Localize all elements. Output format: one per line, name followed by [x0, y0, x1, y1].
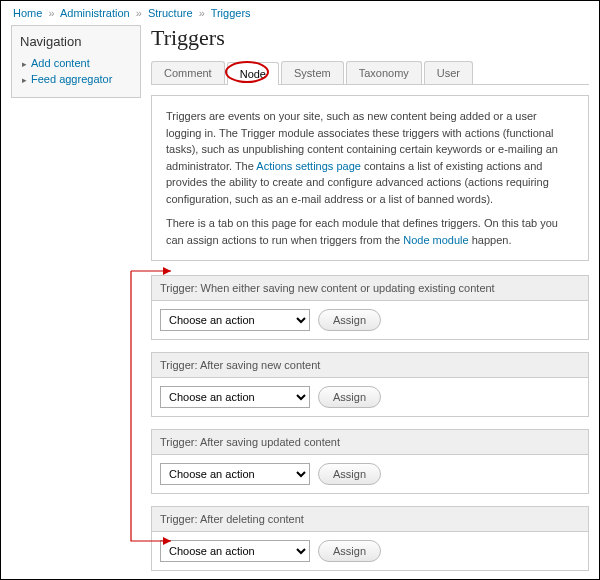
description-paragraph: There is a tab on this page for each mod…: [166, 215, 574, 248]
tabs: Comment Node System Taxonomy User: [151, 61, 589, 85]
page-title: Triggers: [151, 25, 589, 51]
tab-system[interactable]: System: [281, 61, 344, 84]
assign-button[interactable]: Assign: [318, 386, 381, 408]
breadcrumb-structure[interactable]: Structure: [148, 7, 193, 19]
navigation-block: Navigation Add content Feed aggregator: [11, 25, 141, 98]
node-module-link[interactable]: Node module: [403, 234, 468, 246]
description-box: Triggers are events on your site, such a…: [151, 95, 589, 261]
description-text: happen.: [469, 234, 512, 246]
action-select[interactable]: Choose an action: [160, 309, 310, 331]
tab-comment[interactable]: Comment: [151, 61, 225, 84]
breadcrumb-administration[interactable]: Administration: [60, 7, 130, 19]
tab-node[interactable]: Node: [227, 62, 279, 85]
assign-button[interactable]: Assign: [318, 309, 381, 331]
action-select[interactable]: Choose an action: [160, 386, 310, 408]
assign-button[interactable]: Assign: [318, 463, 381, 485]
trigger-title: Trigger: After saving new content: [152, 353, 588, 378]
breadcrumb-sep-icon: »: [133, 7, 145, 19]
description-paragraph: Triggers are events on your site, such a…: [166, 108, 574, 207]
breadcrumb-triggers[interactable]: Triggers: [211, 7, 251, 19]
breadcrumb-home[interactable]: Home: [13, 7, 42, 19]
navigation-title: Navigation: [20, 34, 132, 49]
assign-button[interactable]: Assign: [318, 540, 381, 562]
trigger-title: Trigger: After saving updated content: [152, 430, 588, 455]
actions-settings-link[interactable]: Actions settings page: [256, 160, 361, 172]
trigger-title: Trigger: When either saving new content …: [152, 276, 588, 301]
breadcrumb: Home » Administration » Structure » Trig…: [1, 1, 599, 25]
sidebar-item-label: Add content: [31, 57, 90, 69]
trigger-block: Trigger: When either saving new content …: [151, 275, 589, 340]
trigger-title: Trigger: After deleting content: [152, 507, 588, 532]
sidebar-item-label: Feed aggregator: [31, 73, 112, 85]
breadcrumb-sep-icon: »: [45, 7, 57, 19]
action-select[interactable]: Choose an action: [160, 463, 310, 485]
main-content: Triggers Comment Node System Taxonomy Us…: [151, 25, 589, 580]
sidebar: Navigation Add content Feed aggregator: [11, 25, 141, 580]
tab-label: Node: [240, 68, 266, 80]
action-select[interactable]: Choose an action: [160, 540, 310, 562]
tab-taxonomy[interactable]: Taxonomy: [346, 61, 422, 84]
tab-user[interactable]: User: [424, 61, 473, 84]
trigger-block: Trigger: After saving new content Choose…: [151, 352, 589, 417]
trigger-block: Trigger: After deleting content Choose a…: [151, 506, 589, 571]
sidebar-item-add-content[interactable]: Add content: [22, 55, 132, 71]
trigger-block: Trigger: After saving updated content Ch…: [151, 429, 589, 494]
sidebar-item-feed-aggregator[interactable]: Feed aggregator: [22, 71, 132, 87]
breadcrumb-sep-icon: »: [196, 7, 208, 19]
